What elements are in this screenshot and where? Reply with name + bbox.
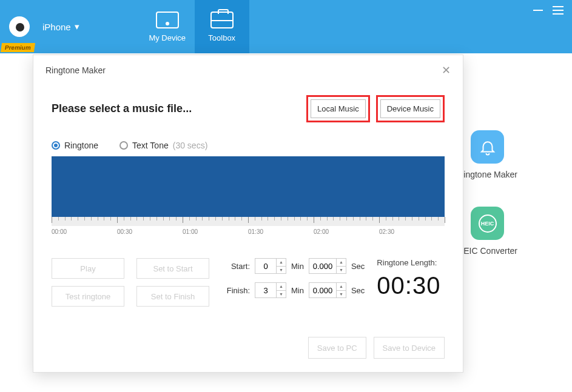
highlight-local-music: Local Music <box>306 95 370 122</box>
start-min-input[interactable] <box>255 259 276 273</box>
select-music-heading: Please select a music file... <box>52 102 192 115</box>
radio-ringtone[interactable]: Ringtone <box>52 141 98 150</box>
close-icon[interactable]: ✕ <box>442 64 451 77</box>
menu-icon[interactable] <box>553 6 564 15</box>
heic-badge-text: HEIC <box>479 214 497 233</box>
radio-checked-icon <box>52 141 60 150</box>
main-nav: My Device Toolbox <box>140 0 249 53</box>
controls-row: Play Test ringtone Set to Start Set to F… <box>52 258 445 307</box>
set-finish-button[interactable]: Set to Finish <box>136 286 209 307</box>
local-music-button[interactable]: Local Music <box>311 99 366 118</box>
timeline-ruler <box>52 217 445 226</box>
tablet-icon <box>156 12 179 28</box>
start-min-spinner[interactable]: ▲▼ <box>276 259 286 273</box>
app-heic-converter-label: HEIC Converter <box>457 246 517 256</box>
time-tick-label: 01:30 <box>248 228 263 235</box>
start-sec-input[interactable] <box>309 259 336 273</box>
app-logo: Premium <box>0 0 39 53</box>
finish-sec-input[interactable] <box>309 283 336 297</box>
finish-sec-spinner[interactable]: ▲▼ <box>336 283 346 297</box>
start-label: Start: <box>224 262 250 271</box>
time-tick-label: 02:30 <box>379 228 394 235</box>
time-tick-label: 00:00 <box>52 228 67 235</box>
top-bar: Premium iPhone ▾ My Device Toolbox <box>0 0 572 53</box>
ringtone-maker-dialog: Ringtone Maker ✕ Please select a music f… <box>33 55 463 373</box>
bell-icon <box>471 130 504 164</box>
music-source-buttons: Local Music Device Music <box>306 95 445 122</box>
radio-texttone-label: Text Tone <box>132 141 169 150</box>
radio-ringtone-label: Ringtone <box>64 141 98 150</box>
set-start-button[interactable]: Set to Start <box>136 258 209 279</box>
dialog-footer: Save to PC Save to Device <box>33 319 463 372</box>
tone-type-radios: Ringtone Text Tone (30 secs) <box>52 141 445 150</box>
waveform-area[interactable] <box>52 156 445 217</box>
heic-icon: HEIC <box>471 207 504 240</box>
highlight-device-music: Device Music <box>376 95 445 122</box>
app-ringtone-maker[interactable]: Ringtone Maker <box>457 130 517 179</box>
radio-texttone-sub: (30 secs) <box>173 141 208 150</box>
start-sec-spinner[interactable]: ▲▼ <box>336 259 346 273</box>
save-to-pc-button[interactable]: Save to PC <box>308 337 366 359</box>
time-tick-label: 01:00 <box>183 228 198 235</box>
time-tick-label: 00:30 <box>117 228 132 235</box>
ringtone-length-label: Ringtone Length: <box>377 258 440 267</box>
min-unit-2: Min <box>291 286 304 295</box>
app-heic-converter[interactable]: HEIC HEIC Converter <box>457 207 517 256</box>
sec-unit-2: Sec <box>351 286 365 295</box>
finish-min-spinner[interactable]: ▲▼ <box>276 283 286 297</box>
nav-my-device[interactable]: My Device <box>140 0 195 53</box>
logo-icon <box>9 16 30 37</box>
save-to-device-button[interactable]: Save to Device <box>374 337 445 359</box>
app-ringtone-maker-label: Ringtone Maker <box>457 170 517 179</box>
min-unit: Min <box>291 262 304 271</box>
dialog-title: Ringtone Maker <box>45 65 106 75</box>
device-selector-label: iPhone <box>42 22 71 32</box>
nav-my-device-label: My Device <box>149 33 186 42</box>
side-apps: Ringtone Maker HEIC HEIC Converter <box>457 130 517 256</box>
nav-toolbox-label: Toolbox <box>208 33 235 42</box>
dialog-header: Ringtone Maker ✕ <box>33 55 463 83</box>
play-button[interactable]: Play <box>52 258 124 279</box>
radio-texttone[interactable]: Text Tone (30 secs) <box>119 141 207 150</box>
chevron-down-icon: ▾ <box>75 21 79 32</box>
finish-label: Finish: <box>224 286 250 295</box>
ringtone-length-value: 00:30 <box>377 272 440 299</box>
premium-badge: Premium <box>1 43 35 52</box>
time-tick-label: 02:00 <box>314 228 329 235</box>
toolbox-icon <box>210 12 234 28</box>
device-selector[interactable]: iPhone ▾ <box>39 0 86 53</box>
timeline-labels: 00:0000:3001:0001:3002:0002:30 <box>52 228 445 237</box>
test-ringtone-button[interactable]: Test ringtone <box>52 286 124 307</box>
radio-unchecked-icon <box>119 141 128 150</box>
sec-unit: Sec <box>351 262 365 271</box>
device-music-button[interactable]: Device Music <box>380 99 440 118</box>
nav-toolbox[interactable]: Toolbox <box>195 0 249 53</box>
finish-min-input[interactable] <box>255 283 276 297</box>
minimize-icon[interactable] <box>533 10 543 11</box>
